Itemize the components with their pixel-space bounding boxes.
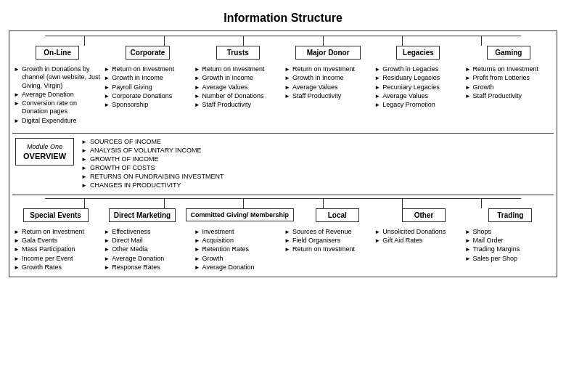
bullet-icon: ► <box>14 246 20 253</box>
col-directmarketing: Direct Marketing <box>99 208 185 222</box>
list-item: ►Average Donation <box>194 264 282 271</box>
list-item: ►Growth Rates <box>14 264 101 271</box>
bullet-icon: ► <box>284 246 290 253</box>
overview-box: Module One OVERVIEW <box>15 138 74 166</box>
list-item: ►Average Values <box>194 83 282 91</box>
list-item: ►Sources of Revenue <box>284 228 372 236</box>
bullet-icon: ► <box>104 102 110 109</box>
bullet-icon: ► <box>14 237 20 245</box>
bottom-section: Special Events Direct Marketing Committe… <box>12 198 554 272</box>
list-item: ►Conversion rate on Donation pages <box>14 99 101 116</box>
node-legacies: Legacies <box>396 46 440 60</box>
col-specialevents: Special Events <box>12 208 99 222</box>
col-corporate: Corporate <box>102 46 192 60</box>
online-content: ►Growth in Donations by channel (own web… <box>12 62 102 126</box>
overview-item: ►SOURCES OF INCOME <box>81 138 223 145</box>
bullet-icon: ► <box>284 75 290 82</box>
legacies-content: ►Growth in Legacies►Residuary Legacies►P… <box>373 62 463 110</box>
bullet-icon: ► <box>374 229 380 236</box>
list-item: ►Trading Margins <box>465 245 552 253</box>
col-committedgiving: Committed Giving/ Membership <box>186 208 295 222</box>
bullet-icon: ► <box>104 237 110 245</box>
list-item: ►Growth in Income <box>194 74 282 82</box>
bullet-icon: ► <box>194 264 200 271</box>
other-content: ►Unsolicited Donations►Gift Aid Rates <box>373 225 463 246</box>
bullet-icon: ► <box>104 84 110 91</box>
bullet-icon: ► <box>465 237 471 245</box>
bottom-content-row: ►Return on Investment►Gala Events►Mass P… <box>12 225 554 272</box>
top-content-row: ►Growth in Donations by channel (own web… <box>12 62 554 126</box>
bullet-icon: ► <box>374 237 380 245</box>
overview-list: ►SOURCES OF INCOME►ANALYSIS OF VOLUNTARY… <box>81 138 223 190</box>
overview-item: ►ANALYSIS OF VOLUNTARY INCOME <box>81 147 223 154</box>
bullet-icon: ► <box>374 75 380 82</box>
list-item: ►Digital Expenditure <box>14 117 101 125</box>
list-item: ►Pecuniary Legacies <box>374 83 462 91</box>
bullet-icon: ► <box>194 93 200 100</box>
bullet-icon: ► <box>14 91 20 99</box>
list-item: ►Number of Donations <box>194 92 282 100</box>
list-item: ►Legacy Promotion <box>374 101 462 109</box>
col-local: Local <box>294 208 380 222</box>
list-item: ►Effectiveness <box>104 228 191 236</box>
bullet-icon: ► <box>374 102 380 109</box>
list-item: ►Investment <box>194 228 282 236</box>
list-item: ►Return on Investment <box>104 65 191 73</box>
node-gaming: Gaming <box>487 46 530 60</box>
bullet-icon: ► <box>374 84 380 91</box>
list-item: ►Field Organisers <box>284 237 372 245</box>
list-item: ►Return on Investment <box>284 65 372 73</box>
bullet-icon: ► <box>194 75 200 82</box>
list-item: ►Residuary Legacies <box>374 74 462 82</box>
node-committedgiving: Committed Giving/ Membership <box>186 208 295 221</box>
local-content: ►Sources of Revenue►Field Organisers►Ret… <box>283 225 373 255</box>
bullet-icon: ► <box>104 66 110 73</box>
list-item: ►Return on Investment <box>194 65 282 73</box>
module-label: Module One <box>23 143 66 150</box>
bullet-icon: ► <box>104 93 110 100</box>
bullet-icon: ► <box>14 229 20 236</box>
bullet-icon: ► <box>104 75 110 82</box>
bullet-icon: ► <box>284 93 290 100</box>
col-other: Other <box>380 208 467 222</box>
list-item: ►Growth <box>465 83 552 91</box>
bullet-icon: ► <box>14 264 20 271</box>
bullet-icon: ► <box>465 256 471 263</box>
bullet-icon: ► <box>81 147 87 154</box>
bullet-icon: ► <box>194 102 200 109</box>
bullet-icon: ► <box>465 229 471 236</box>
bullet-icon: ► <box>14 100 20 107</box>
node-trusts: Trusts <box>216 46 260 60</box>
bullet-icon: ► <box>104 246 110 253</box>
trading-content: ►Shops►Mail Order►Trading Margins►Sales … <box>464 225 554 264</box>
page-container: Information Structure On-Line <box>0 0 566 280</box>
bullet-icon: ► <box>104 256 110 263</box>
bullet-icon: ► <box>374 66 380 73</box>
bullet-icon: ► <box>104 264 110 271</box>
list-item: ►Returns on Investment <box>465 65 552 73</box>
bullet-icon: ► <box>465 93 471 100</box>
list-item: ►Gala Events <box>14 237 101 245</box>
list-item: ►Return on Investment <box>284 245 372 253</box>
list-item: ►Return on Investment <box>14 228 101 236</box>
bullet-icon: ► <box>465 75 471 82</box>
bullet-icon: ► <box>81 165 87 171</box>
bottom-nodes-row: Special Events Direct Marketing Committe… <box>12 208 554 222</box>
bullet-icon: ► <box>465 246 471 253</box>
list-item: ►Sponsorship <box>104 101 191 109</box>
node-other: Other <box>402 208 446 222</box>
list-item: ►Staff Productivity <box>284 92 372 100</box>
node-online: On-Line <box>36 46 79 60</box>
bullet-icon: ► <box>14 256 20 263</box>
list-item: ►Income per Event <box>14 255 101 263</box>
list-item: ►Average Values <box>374 92 462 100</box>
overview-title: OVERVIEW <box>23 152 66 160</box>
top-h-line <box>45 36 522 46</box>
list-item: ►Growth in Income <box>284 74 372 82</box>
top-section: On-Line Corporate Trusts Major Donor Leg… <box>12 36 554 126</box>
bullet-icon: ► <box>194 246 200 253</box>
list-item: ►Profit from Lotteries <box>465 74 552 82</box>
list-item: ►Mail Order <box>465 237 552 245</box>
majordonor-content: ►Return on Investment►Growth in Income►A… <box>283 62 373 101</box>
node-local: Local <box>316 208 359 222</box>
